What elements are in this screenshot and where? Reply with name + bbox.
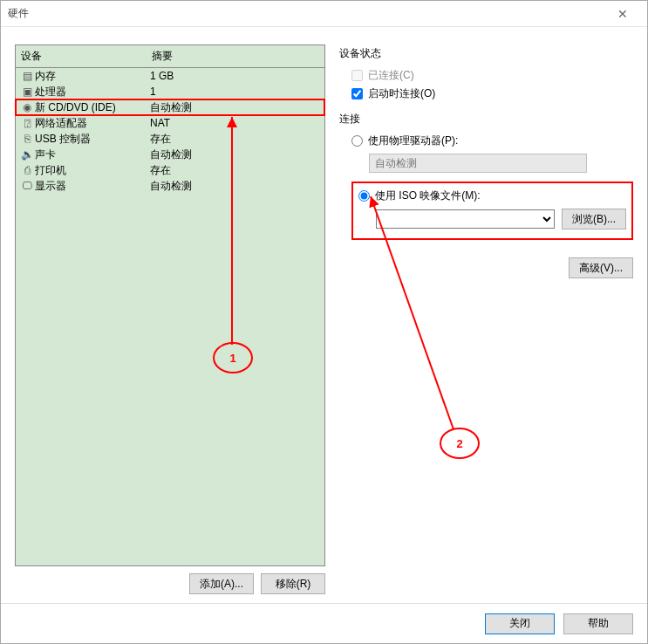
device-name: USB 控制器 — [35, 132, 150, 147]
device-row[interactable]: 🔈声卡自动检测 — [16, 147, 324, 162]
connect-on-start-input[interactable] — [351, 88, 363, 99]
use-iso-radio[interactable]: 使用 ISO 映像文件(M): — [358, 188, 626, 203]
device-row[interactable]: ⍰网络适配器NAT — [16, 115, 324, 131]
help-button[interactable]: 帮助 — [563, 613, 633, 634]
header-device: 设备 — [16, 45, 147, 67]
printer-icon: ⎙ — [19, 164, 35, 176]
iso-path-combo[interactable] — [376, 209, 555, 229]
device-name: 声卡 — [35, 147, 150, 162]
physical-drive-value: 自动检测 — [375, 156, 417, 171]
device-summary: 存在 — [150, 132, 321, 147]
dialog-footer: 关闭 帮助 — [1, 603, 647, 643]
device-summary: 自动检测 — [150, 147, 321, 162]
use-iso-label: 使用 ISO 映像文件(M): — [375, 188, 481, 203]
use-iso-input[interactable] — [358, 190, 370, 202]
use-physical-radio[interactable]: 使用物理驱动器(P): — [351, 134, 633, 148]
device-row[interactable]: 🖵显示器自动检测 — [16, 178, 324, 194]
physical-drive-combo: 自动检测 — [369, 154, 587, 173]
use-physical-label: 使用物理驱动器(P): — [368, 134, 458, 148]
device-row[interactable]: ⎘USB 控制器存在 — [16, 131, 324, 147]
window-title: 硬件 — [8, 6, 605, 21]
disc-icon: ◉ — [19, 101, 35, 113]
connection-title: 连接 — [339, 112, 633, 127]
device-summary: NAT — [150, 117, 321, 129]
device-name: 打印机 — [35, 163, 150, 178]
device-row[interactable]: ▣处理器1 — [16, 84, 324, 99]
remove-button[interactable]: 移除(R) — [261, 573, 325, 594]
add-button[interactable]: 添加(A)... — [189, 573, 254, 594]
hardware-dialog: 硬件 ✕ 设备 摘要 ▤内存1 GB▣处理器1◉新 CD/DVD (IDE)自动… — [0, 0, 648, 644]
device-row[interactable]: ◉新 CD/DVD (IDE)自动检测 — [16, 99, 324, 115]
cpu-icon: ▣ — [19, 86, 35, 98]
device-summary: 存在 — [150, 163, 321, 178]
connected-label: 已连接(C) — [368, 68, 414, 83]
device-row[interactable]: ⎙打印机存在 — [16, 162, 324, 178]
content-area: 设备 摘要 ▤内存1 GB▣处理器1◉新 CD/DVD (IDE)自动检测⍰网络… — [1, 27, 647, 603]
device-row[interactable]: ▤内存1 GB — [16, 68, 324, 84]
usb-icon: ⎘ — [19, 133, 35, 145]
close-icon[interactable]: ✕ — [605, 7, 640, 21]
memory-icon: ▤ — [19, 70, 35, 82]
device-header: 设备 摘要 — [16, 45, 324, 68]
connected-checkbox: 已连接(C) — [351, 68, 633, 83]
device-name: 网络适配器 — [35, 116, 150, 131]
device-summary: 自动检测 — [150, 100, 321, 115]
close-button[interactable]: 关闭 — [485, 613, 555, 634]
connect-on-start-label: 启动时连接(O) — [368, 86, 435, 101]
device-summary: 1 — [150, 86, 321, 98]
device-summary: 自动检测 — [150, 179, 321, 194]
status-title: 设备状态 — [339, 46, 633, 61]
device-name: 处理器 — [35, 85, 150, 99]
connected-input — [351, 70, 363, 81]
iso-section: 使用 ISO 映像文件(M): 浏览(B)... — [351, 182, 633, 240]
header-summary: 摘要 — [147, 45, 324, 67]
use-physical-input[interactable] — [351, 135, 363, 147]
device-name: 内存 — [35, 69, 150, 84]
device-name: 显示器 — [35, 179, 150, 194]
display-icon: 🖵 — [19, 180, 35, 192]
device-buttons: 添加(A)... 移除(R) — [15, 573, 325, 594]
device-name: 新 CD/DVD (IDE) — [35, 100, 150, 115]
connect-on-start-checkbox[interactable]: 启动时连接(O) — [351, 86, 633, 101]
browse-button[interactable]: 浏览(B)... — [562, 209, 626, 230]
settings-panel: 设备状态 已连接(C) 启动时连接(O) 连接 使用物理驱动器(P): — [339, 45, 633, 594]
device-panel: 设备 摘要 ▤内存1 GB▣处理器1◉新 CD/DVD (IDE)自动检测⍰网络… — [15, 45, 325, 594]
device-summary: 1 GB — [150, 70, 321, 82]
titlebar: 硬件 ✕ — [1, 1, 647, 27]
sound-icon: 🔈 — [19, 148, 35, 161]
advanced-button[interactable]: 高级(V)... — [569, 257, 633, 278]
network-icon: ⍰ — [19, 117, 35, 129]
device-list: 设备 摘要 ▤内存1 GB▣处理器1◉新 CD/DVD (IDE)自动检测⍰网络… — [15, 45, 325, 566]
